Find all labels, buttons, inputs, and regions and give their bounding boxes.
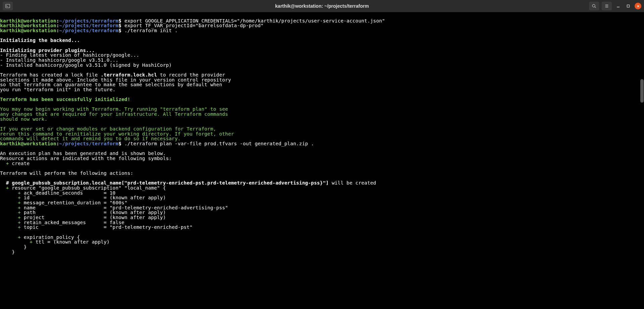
- window-title: karthik@workstation: ~/projects/terrafor…: [275, 4, 369, 8]
- output-line: }: [0, 244, 26, 250]
- output-line: rerun this command to reinitialize your …: [0, 131, 234, 137]
- output-line: }: [0, 249, 15, 255]
- minimize-icon: [616, 4, 620, 8]
- prompt-host: karthik@workstation: [0, 18, 56, 23]
- attr-line: + ttl = (known after apply): [0, 239, 110, 245]
- resource-header: # google_pubsub_subscription.local_name[…: [0, 180, 376, 186]
- output-line: selections it made above. Include this f…: [0, 77, 231, 83]
- attr-line: + id = (known after apply): [0, 195, 166, 200]
- command-line: ./terraform plan -var-file prod.tfvars -…: [121, 141, 314, 146]
- menu-button[interactable]: [602, 2, 612, 10]
- close-icon: [637, 5, 640, 8]
- svg-rect-0: [6, 4, 10, 8]
- attr-line: + path = (known after apply): [0, 210, 166, 215]
- command-line: ./terraform init .: [121, 28, 178, 33]
- output-line: If you ever set or change modules or bac…: [0, 126, 216, 132]
- attr-line: + ack_deadline_seconds = 10: [0, 190, 115, 196]
- prompt-path: ~/projects/terraform: [59, 18, 119, 23]
- output-line: should now work.: [0, 116, 47, 122]
- titlebar-left: [3, 2, 13, 10]
- minimize-button[interactable]: [614, 2, 622, 10]
- svg-rect-8: [627, 5, 630, 7]
- svg-point-2: [592, 4, 595, 7]
- output-line: Initializing the backend...: [0, 38, 80, 43]
- attr-line: + retain_acked_messages = false: [0, 220, 124, 225]
- command-line: export TF_VAR_projectId="barrelsofdata-d…: [121, 23, 264, 28]
- output-line: + resource "google_pubsub_subscription" …: [0, 185, 166, 191]
- output-line: - Installed hashicorp/google v3.51.0 (si…: [0, 62, 172, 68]
- output-line: any changes that are required for your i…: [0, 111, 228, 117]
- maximize-button[interactable]: [625, 2, 632, 10]
- output-line: Terraform has created a lock file .terra…: [0, 72, 225, 78]
- output-line: commands will detect it and remind you t…: [0, 136, 181, 141]
- search-button[interactable]: [589, 2, 599, 10]
- titlebar-right: [589, 2, 641, 10]
- close-button[interactable]: [635, 3, 641, 9]
- output-line: An execution plan has been generated and…: [0, 151, 166, 156]
- output-line: You may now begin working with Terraform…: [0, 106, 228, 112]
- output-line: - Installing hashicorp/google v3.51.0...: [0, 57, 118, 63]
- output-line: so that Terraform can guarantee to make …: [0, 82, 222, 87]
- maximize-icon: [627, 4, 630, 8]
- window-titlebar: karthik@workstation: ~/projects/terrafor…: [0, 0, 644, 12]
- output-line: Terraform will perform the following act…: [0, 170, 133, 176]
- svg-line-3: [595, 7, 596, 8]
- output-line: Resource actions are indicated with the …: [0, 156, 172, 161]
- attr-line: + message_retention_duration = "600s": [0, 200, 127, 205]
- attr-line: + topic = "prd-telemetry-enriched-pst": [0, 224, 193, 230]
- hamburger-icon: [604, 4, 609, 8]
- output-line: Initializing provider plugins...: [0, 48, 95, 53]
- output-line: + create: [0, 161, 30, 166]
- output-line: you run "terraform init" in the future.: [0, 87, 115, 92]
- attr-line: + name = "prd-telemetry-enriched-adverti…: [0, 205, 228, 210]
- scrollbar-thumb[interactable]: [640, 79, 644, 103]
- terminal-output[interactable]: karthik@workstation:~/projects/terraform…: [0, 12, 644, 254]
- attr-line: + project = (known after apply): [0, 215, 166, 220]
- attr-line: + expiration_policy {: [0, 235, 80, 240]
- output-line: - Finding latest version of hashicorp/go…: [0, 52, 139, 58]
- command-line: export GOOGLE_APPLICATION_CREDENTIALS="/…: [121, 18, 385, 23]
- terminal-icon: [5, 4, 10, 8]
- new-tab-button[interactable]: [3, 2, 13, 10]
- success-line: Terraform has been successfully initiali…: [0, 97, 130, 102]
- search-icon: [592, 4, 596, 8]
- scrollbar[interactable]: [640, 12, 644, 309]
